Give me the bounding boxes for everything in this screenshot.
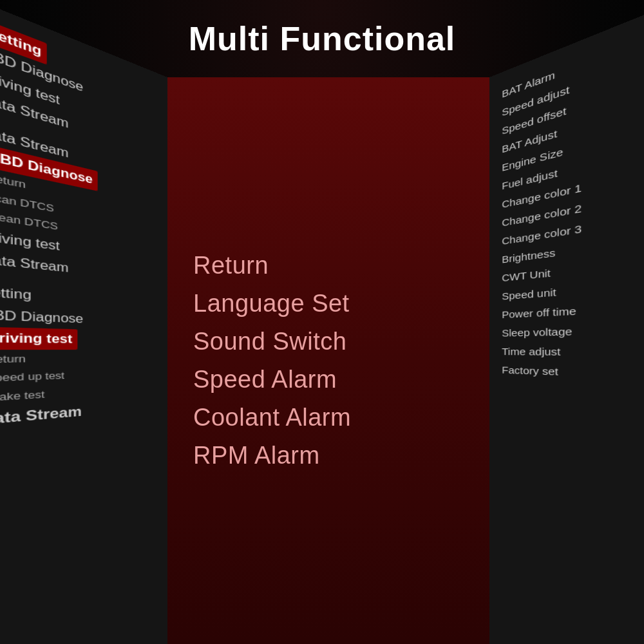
page-title: Multi Functional	[189, 19, 456, 58]
center-panel: Return Language Set Sound Switch Speed A…	[167, 77, 489, 644]
panels-container: Setting OBD Diagnose Driving test Data S…	[13, 77, 631, 644]
center-item-rpm-alarm[interactable]: RPM Alarm	[193, 437, 464, 475]
right-item[interactable]: Time adjust	[502, 341, 644, 363]
left-panel: Setting OBD Diagnose Driving test Data S…	[0, 0, 167, 644]
page-wrapper: Multi Functional Setting OBD Diagnose Dr…	[0, 0, 644, 644]
center-item-sound-switch[interactable]: Sound Switch	[193, 323, 464, 361]
left-item[interactable]: Driving test	[0, 327, 77, 350]
center-item-language-set[interactable]: Language Set	[193, 285, 464, 323]
center-item-coolant-alarm[interactable]: Coolant Alarm	[193, 399, 464, 437]
left-section-3: Setting OBD Diagnose Driving test Return…	[0, 280, 155, 433]
right-item[interactable]: Factory set	[502, 361, 644, 386]
center-item-speed-alarm[interactable]: Speed Alarm	[193, 361, 464, 399]
right-panel: BAT Alarm Speed adjust Speed offset BAT …	[489, 0, 644, 644]
center-item-return[interactable]: Return	[193, 247, 464, 285]
